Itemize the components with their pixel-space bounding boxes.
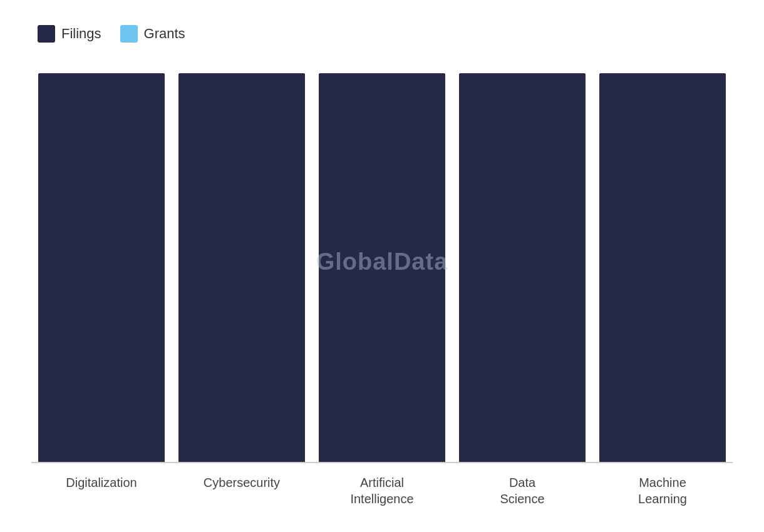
bar-label-cybersecurity: Cybersecurity: [178, 474, 305, 507]
legend: FilingsGrants: [31, 25, 185, 43]
bar-group-cybersecurity: [178, 61, 305, 462]
bars-container: GlobalData: [31, 61, 733, 462]
bar-group-data-science: [459, 61, 586, 462]
bar-label-artificial-intelligence: ArtificialIntelligence: [319, 474, 445, 507]
labels-container: DigitalizationCybersecurityArtificialInt…: [31, 474, 733, 507]
bar-artificial-intelligence: [319, 73, 445, 462]
bar-label-digitalization: Digitalization: [38, 474, 165, 507]
bar-digitalization: [38, 73, 165, 462]
bar-group-machine-learning: [599, 61, 726, 462]
bar-data-science: [459, 73, 586, 462]
legend-color-grants: [120, 25, 138, 43]
bar-cybersecurity: [178, 73, 305, 462]
bar-machine-learning: [599, 73, 726, 462]
bar-label-machine-learning: MachineLearning: [599, 474, 726, 507]
bar-label-data-science: DataScience: [459, 474, 586, 507]
bar-group-artificial-intelligence: [319, 61, 445, 462]
chart-area: GlobalData DigitalizationCybersecurityAr…: [31, 61, 733, 507]
x-axis-line: [31, 462, 733, 463]
legend-item-grants: Grants: [120, 25, 185, 43]
legend-item-filings: Filings: [38, 25, 101, 43]
legend-color-filings: [38, 25, 55, 43]
bar-group-digitalization: [38, 61, 165, 462]
legend-label-filings: Filings: [61, 26, 101, 42]
legend-label-grants: Grants: [144, 26, 185, 42]
